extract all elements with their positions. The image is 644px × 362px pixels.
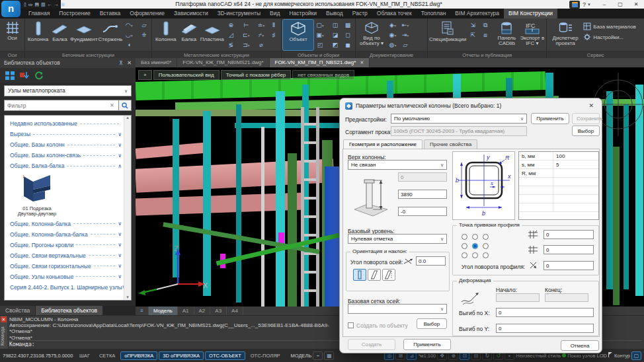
dialog-close-icon[interactable]: ✕ <box>586 102 596 109</box>
tree-item-column-beam[interactable]: Общие. Колонна-балка∨ <box>10 219 122 229</box>
materials-db-button[interactable]: База материалов <box>583 22 636 30</box>
section-icon[interactable]: ◈▾ <box>387 20 399 30</box>
bend-y-input[interactable] <box>496 324 594 333</box>
cut-icon[interactable]: ⌿▾ <box>255 30 267 40</box>
table-row[interactable] <box>519 186 598 195</box>
tab-oblaka-tochek[interactable]: Облака точек <box>372 9 417 18</box>
hide-icon[interactable]: ◼ <box>342 40 354 50</box>
tab-nastroyki[interactable]: Настройки <box>284 9 321 18</box>
reinforce-icon[interactable]: ▱ <box>138 20 150 30</box>
dynamic-input-icon[interactable]: ⌁ <box>313 351 323 360</box>
profile-icon[interactable]: ⌀ <box>255 40 267 50</box>
maximize-button[interactable]: ▢ <box>612 0 628 9</box>
rod-button[interactable]: Стержень <box>99 20 123 50</box>
create-by-object-checkbox[interactable] <box>348 322 354 328</box>
view-mode-icon[interactable] <box>5 71 15 80</box>
new-file-icon[interactable]: ▯ <box>24 2 26 7</box>
save-icon[interactable]: ▤ <box>34 2 39 7</box>
rebar-net-icon[interactable]: ⁜ <box>138 30 150 40</box>
sortament-select-button[interactable]: Выбор <box>572 126 600 136</box>
model-space-label[interactable]: МОДЕЛЬ <box>291 353 312 359</box>
clear-filter-icon[interactable]: ✕ <box>110 100 116 111</box>
tree-item-vertical-braces[interactable]: Общие. Связи вертикальные∨ <box>10 250 122 261</box>
refresh-icon[interactable] <box>34 71 44 80</box>
print-icon[interactable]: ▣ <box>61 2 65 7</box>
help-button[interactable]: ? <box>583 1 586 8</box>
ibeam-icon[interactable]: Ⅱ <box>268 20 280 30</box>
tab-properties[interactable]: Свойства <box>0 306 35 315</box>
anchor-radio-tl[interactable] <box>462 234 467 240</box>
add-view-button[interactable]: + <box>138 70 152 80</box>
clean-screen-icon[interactable]: ▢ <box>631 351 641 360</box>
tab-bim-arch[interactable]: BIM Архитектура <box>450 9 504 18</box>
box-select-icon[interactable]: ▩ <box>342 20 354 30</box>
tree-item-cuts[interactable]: Вырезы∨ <box>10 129 122 139</box>
update-views-icon[interactable]: ◍▾ <box>387 40 399 50</box>
close-panel-icon[interactable]: ✕ <box>127 58 132 68</box>
profile-angle-input[interactable] <box>543 261 594 270</box>
anchor-radio-tc[interactable] <box>472 234 478 240</box>
create-button[interactable]: Создать <box>348 339 395 350</box>
orientation-inclined-button[interactable] <box>368 269 381 281</box>
tree-item-beam-beam[interactable]: Общие. Балка-балка∧ <box>10 161 122 171</box>
table-row[interactable]: R, мм <box>519 169 598 178</box>
axes-angle-input[interactable] <box>416 256 446 266</box>
layout-list-icon[interactable]: ≡ <box>136 307 149 315</box>
toggle-osnap[interactable]: оПРИВЯЗКА <box>120 351 157 360</box>
import-table-icon[interactable]: ⇱ <box>467 30 479 40</box>
cadlib-panel-button[interactable]: Панель CADlib <box>495 20 519 50</box>
tree-scrollbar[interactable]: ▲▼ <box>124 116 131 300</box>
settings-button[interactable]: Настройки... <box>583 33 636 41</box>
search-button[interactable] <box>118 100 132 111</box>
tab-other-properties[interactable]: Прочие свойства <box>424 139 477 149</box>
dimension-icon[interactable]: ⇤▾ <box>399 20 411 30</box>
anchor-radio-mr[interactable] <box>483 243 489 249</box>
apply-preset-button[interactable]: Применить <box>531 113 569 124</box>
table-row[interactable] <box>519 178 598 186</box>
tab-vstavka[interactable]: Вставка <box>95 9 126 18</box>
import-object-icon[interactable] <box>20 71 29 80</box>
open-file-icon[interactable]: ▭ <box>28 2 33 7</box>
axes-button[interactable]: Оси <box>1 20 23 50</box>
minimize-button[interactable]: – <box>596 0 612 9</box>
table-row[interactable]: s, мм5 <box>519 161 598 169</box>
edit-object-icon[interactable]: ▣▾ <box>314 30 326 40</box>
export-table-icon[interactable]: ⇲ <box>467 20 479 30</box>
metal-column-button[interactable]: Колонна <box>153 20 178 50</box>
orientation-vertical-button[interactable] <box>353 269 366 281</box>
cancel-button[interactable]: Отмена <box>561 340 599 351</box>
table-row[interactable] <box>519 203 598 212</box>
view-name-button[interactable]: Пользовательский вид <box>153 70 220 80</box>
assembly-icon[interactable]: ▢▾ <box>314 20 326 30</box>
weld-icon[interactable]: ◿ <box>225 30 237 40</box>
table-row[interactable]: b, мм100 <box>519 152 598 161</box>
column-top-select[interactable]: Не связан∨ <box>348 160 447 170</box>
channel-icon[interactable]: ◡▾ <box>123 30 135 40</box>
pin-icon[interactable]: ⊼ <box>119 58 123 68</box>
calculator-icon[interactable] <box>569 1 580 9</box>
deform-start-input[interactable] <box>496 293 540 302</box>
visual-style-button[interactable]: Точный с показом рёбер <box>221 70 292 80</box>
toggle-otrack-object[interactable]: ОТС-ОБЪЕКТ <box>205 351 245 360</box>
bottom-offset-input[interactable] <box>398 207 447 216</box>
height-input[interactable] <box>398 190 447 199</box>
anchor-offset-x-input[interactable] <box>543 230 594 239</box>
layout-tab-a4[interactable]: A4 <box>227 307 243 315</box>
base-level-select[interactable]: Нулевая отметка∨ <box>348 234 447 244</box>
tab-3d-tools[interactable]: 3D-инструменты <box>213 9 265 18</box>
node-base-icon[interactable]: ⊢ <box>240 20 252 30</box>
detail-icon[interactable]: ◉▾ <box>387 30 399 40</box>
anchor-radio-bc[interactable] <box>472 252 478 258</box>
mark-icon[interactable]: ⇥▾ <box>399 30 411 40</box>
toggle-step[interactable]: ШАГ <box>75 351 94 360</box>
close-button[interactable]: ✕ <box>628 0 644 9</box>
frame-icon[interactable]: ♯ <box>268 30 280 40</box>
save-all-icon[interactable]: ▥ <box>41 2 46 7</box>
layout-tab-a1[interactable]: A1 <box>178 307 194 315</box>
node-brace-icon[interactable]: ⊐▾ <box>240 40 252 50</box>
anchor-radio-bl[interactable] <box>462 252 467 258</box>
node-beam-icon[interactable]: ⊏▾ <box>240 30 252 40</box>
nanocad-logo[interactable]: n <box>1 1 20 17</box>
library-category-select[interactable]: Узлы металлопроката ∨ <box>4 85 132 96</box>
filter-input[interactable] <box>4 100 120 111</box>
